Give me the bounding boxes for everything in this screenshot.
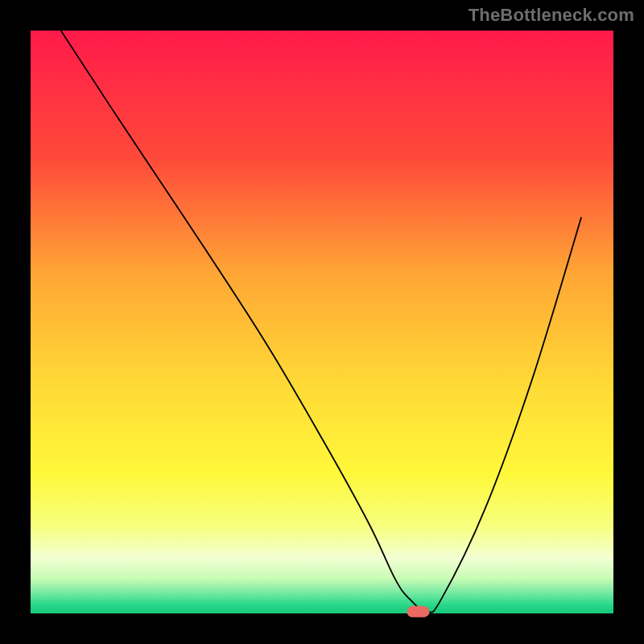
- watermark-label: TheBottleneck.com: [469, 5, 634, 26]
- optimal-marker: [407, 606, 429, 617]
- chart-container: TheBottleneck.com: [0, 0, 644, 644]
- bottleneck-chart: [0, 0, 644, 644]
